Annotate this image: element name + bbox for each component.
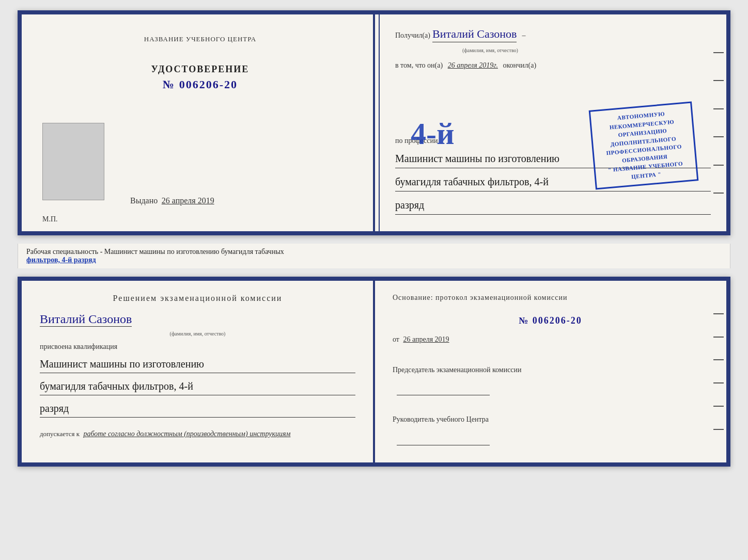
in-that-line: в том, что он(а) 26 апреля 2019г. окончи… bbox=[395, 61, 711, 70]
training-head-block: Руководитель учебного Центра bbox=[393, 413, 708, 449]
bottom-person-subtext: (фамилия, имя, отчество) bbox=[40, 331, 355, 337]
head-signature-line bbox=[397, 445, 490, 445]
top-right-page: Получил(а) Виталий Сазонов – (фамилия, и… bbox=[380, 14, 726, 231]
qual-value-1: Машинист машины по изготовлению bbox=[40, 355, 355, 373]
edge-line bbox=[713, 108, 724, 109]
issued-date: 26 апреля 2019 bbox=[162, 196, 214, 205]
recipient-name: Виталий Сазонов bbox=[432, 27, 517, 42]
date-prefix: от bbox=[393, 335, 399, 343]
qual-value-2: бумагидля табачных фильтров, 4-й bbox=[40, 377, 355, 395]
issued-line: Выдано 26 апреля 2019 bbox=[130, 196, 214, 205]
edge-line bbox=[713, 165, 724, 166]
allowed-prefix: допускается к bbox=[40, 430, 80, 438]
middle-strip: Рабочая специальность - Машинист машины … bbox=[18, 244, 730, 268]
finished-label: окончил(а) bbox=[503, 61, 536, 69]
protocol-date-value: 26 апреля 2019 bbox=[403, 335, 449, 343]
training-center-head-label: Руководитель учебного Центра bbox=[393, 413, 708, 426]
edge-line bbox=[713, 193, 724, 194]
cert-number: № 006206-20 bbox=[163, 78, 238, 91]
completion-date: 26 апреля 2019г. bbox=[448, 61, 498, 69]
protocol-date: от 26 апреля 2019 bbox=[393, 335, 708, 344]
recipient-subtext: (фамилия, имя, отчество) bbox=[462, 47, 518, 53]
recipient-prefix: Получил(а) bbox=[395, 31, 430, 40]
bottom-left-page: Решением экзаменационной комиссии Витали… bbox=[22, 281, 375, 462]
recipient-line: Получил(а) Виталий Сазонов – bbox=[395, 27, 711, 42]
bottom-person-name: Виталий Сазонов bbox=[40, 312, 132, 327]
allowed-line: допускается к работе согласно должностны… bbox=[40, 430, 355, 438]
big-rank-number: 4-й bbox=[411, 116, 455, 152]
bottom-protocol-number: № 006206-20 bbox=[393, 315, 708, 326]
allowed-value: работе согласно должностным (производств… bbox=[83, 430, 290, 438]
stamp-box: АВТОНОМНУЮ НЕКОММЕРЧЕСКУЮ ОРГАНИЗАЦИЮ ДО… bbox=[589, 102, 699, 190]
edge-line bbox=[713, 80, 724, 81]
org-name-top-left: НАЗВАНИЕ УЧЕБНОГО ЦЕНТРА bbox=[144, 35, 256, 43]
edge-line bbox=[713, 52, 724, 53]
edge-line bbox=[713, 382, 724, 383]
stamp-area: АВТОНОМНУЮ НЕКОММЕРЧЕСКУЮ ОРГАНИЗАЦИЮ ДО… bbox=[592, 106, 695, 185]
qual-value-3: разряд bbox=[40, 399, 355, 418]
chair-signature-line bbox=[397, 395, 490, 395]
bottom-document-spread: Решением экзаменационной комиссии Витали… bbox=[18, 277, 730, 467]
edge-line bbox=[713, 429, 724, 430]
top-left-page: НАЗВАНИЕ УЧЕБНОГО ЦЕНТРА УДОСТОВЕРЕНИЕ №… bbox=[22, 14, 380, 231]
profession-value-3: разряд bbox=[395, 197, 711, 215]
mp-label: М.П. bbox=[42, 215, 58, 223]
in-that-prefix: в том, что он(а) bbox=[395, 61, 443, 69]
bottom-right-page: Основание: протокол экзаменационной коми… bbox=[375, 281, 726, 462]
edge-line bbox=[713, 313, 724, 314]
commission-chair-block: Председатель экзаменационной комиссии bbox=[393, 363, 708, 399]
commission-chair-label: Председатель экзаменационной комиссии bbox=[393, 363, 708, 376]
assigned-label: присвоена квалификация bbox=[40, 343, 355, 351]
edge-line bbox=[713, 136, 724, 137]
commission-title: Решением экзаменационной комиссии bbox=[40, 294, 355, 303]
middle-text-underline: фильтров, 4-й разряд bbox=[26, 256, 96, 264]
edge-line bbox=[713, 406, 724, 407]
cert-label: УДОСТОВЕРЕНИЕ bbox=[151, 64, 250, 75]
issued-prefix: Выдано bbox=[130, 196, 158, 205]
edge-line bbox=[713, 359, 724, 360]
edge-decoration bbox=[711, 14, 726, 231]
top-document-spread: НАЗВАНИЕ УЧЕБНОГО ЦЕНТРА УДОСТОВЕРЕНИЕ №… bbox=[18, 10, 730, 235]
edge-line bbox=[713, 337, 724, 338]
bottom-edge-decoration bbox=[711, 281, 726, 462]
middle-text-prefix: Рабочая специальность - Машинист машины … bbox=[26, 248, 284, 255]
basis-title: Основание: протокол экзаменационной коми… bbox=[393, 294, 708, 302]
photo-placeholder bbox=[42, 123, 104, 200]
